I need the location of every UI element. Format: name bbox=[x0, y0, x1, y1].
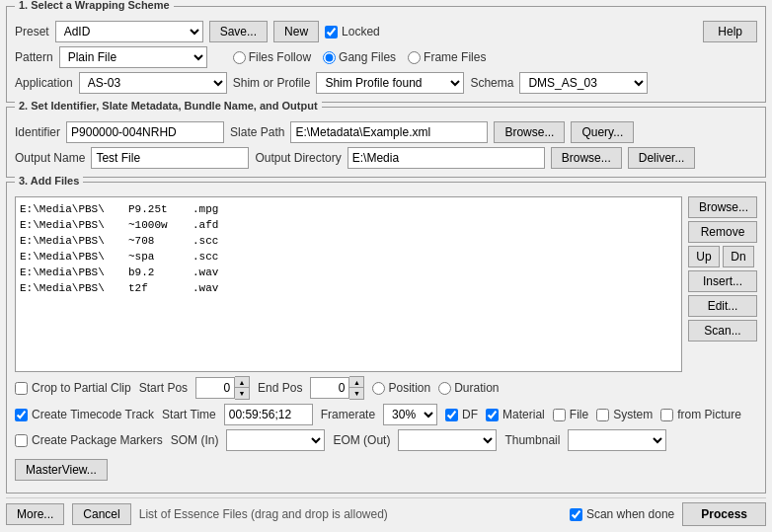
start-pos-arrows: ▲ ▼ bbox=[235, 376, 250, 400]
file-checkbox[interactable] bbox=[553, 409, 566, 421]
shim-select[interactable]: Shim Profile found bbox=[316, 72, 464, 94]
footer-bar: More... Cancel List of Essence Files (dr… bbox=[6, 497, 766, 526]
duration-radio[interactable] bbox=[438, 382, 451, 395]
thumbnail-select[interactable] bbox=[568, 429, 666, 451]
bottom-controls: Crop to Partial Clip Start Pos ▲ ▼ End P… bbox=[15, 372, 757, 485]
browse3-button[interactable]: Browse... bbox=[688, 196, 757, 218]
locked-checkbox[interactable] bbox=[325, 26, 338, 38]
bottom-row2: Create Timecode Track Start Time Framera… bbox=[15, 404, 757, 425]
frame-files-radio[interactable] bbox=[408, 51, 421, 64]
masterview-button[interactable]: MasterView... bbox=[15, 459, 108, 481]
output-name-input[interactable] bbox=[91, 147, 249, 169]
crop-checkbox[interactable] bbox=[15, 382, 28, 395]
end-pos-label: End Pos bbox=[258, 381, 302, 395]
scan-done-checkbox[interactable] bbox=[570, 508, 582, 521]
insert-button[interactable]: Insert... bbox=[688, 270, 757, 292]
duration-label: Duration bbox=[454, 381, 499, 395]
system-label: System bbox=[613, 408, 653, 421]
preset-select[interactable]: AdID bbox=[55, 21, 203, 42]
start-pos-spinbox: ▲ ▼ bbox=[195, 376, 250, 400]
output-dir-input[interactable] bbox=[347, 147, 545, 169]
new-button[interactable]: New bbox=[273, 21, 319, 42]
up-button[interactable]: Up bbox=[688, 246, 720, 267]
from-picture-checkbox[interactable] bbox=[660, 409, 673, 421]
files-list[interactable]: E:\Media\PBS\ P9.25t .mpg E:\Media\PBS\ … bbox=[15, 196, 682, 372]
position-radio-item: Position bbox=[372, 381, 430, 395]
files-buttons: Browse... Remove Up Dn Insert... Edit...… bbox=[688, 196, 757, 372]
save-button[interactable]: Save... bbox=[209, 21, 268, 42]
tc-checkbox[interactable] bbox=[15, 409, 28, 421]
shim-label: Shim or Profile bbox=[233, 76, 311, 90]
slate-path-label: Slate Path bbox=[230, 125, 284, 139]
files-follow-label: Files Follow bbox=[249, 50, 311, 64]
list-item: E:\Media\PBS\ P9.25t .mpg bbox=[20, 201, 677, 217]
end-pos-input[interactable] bbox=[310, 377, 349, 399]
list-item: E:\Media\PBS\ ~708 .scc bbox=[20, 233, 677, 249]
list-item: E:\Media\PBS\ t2f .wav bbox=[20, 280, 677, 296]
pattern-select[interactable]: Plain File bbox=[59, 46, 207, 68]
framerate-label: Framerate bbox=[321, 408, 375, 421]
frame-files-label: Frame Files bbox=[424, 50, 486, 64]
create-tc-label: Create Timecode Track bbox=[32, 408, 154, 421]
slate-path-input[interactable] bbox=[290, 121, 488, 143]
files-follow-radio[interactable] bbox=[233, 51, 246, 64]
scan-done-group: Scan when done bbox=[570, 507, 674, 521]
schema-select[interactable]: DMS_AS_03 bbox=[519, 72, 648, 94]
browse2-button[interactable]: Browse... bbox=[551, 147, 622, 169]
som-select[interactable] bbox=[226, 429, 325, 451]
pkg-checkbox[interactable] bbox=[15, 434, 28, 447]
deliver-button[interactable]: Deliver... bbox=[628, 147, 696, 169]
help-button[interactable]: Help bbox=[703, 21, 757, 42]
output-dir-label: Output Directory bbox=[255, 151, 341, 165]
from-picture-label: from Picture bbox=[677, 408, 741, 421]
start-pos-dn[interactable]: ▼ bbox=[235, 388, 249, 399]
file-label: File bbox=[570, 408, 588, 421]
start-pos-input[interactable] bbox=[195, 377, 235, 399]
start-time-label: Start Time bbox=[162, 408, 216, 421]
section1: 1. Select a Wrapping Scheme Preset AdID … bbox=[6, 6, 766, 103]
cancel-button[interactable]: Cancel bbox=[72, 503, 130, 525]
end-pos-up[interactable]: ▲ bbox=[349, 377, 363, 388]
dn-button[interactable]: Dn bbox=[723, 246, 754, 267]
updn-row: Up Dn bbox=[688, 246, 757, 267]
identifier-input[interactable] bbox=[66, 121, 224, 143]
files-follow-radio-item: Files Follow bbox=[233, 50, 311, 64]
start-time-input[interactable] bbox=[224, 404, 313, 425]
section1-title: 1. Select a Wrapping Scheme bbox=[15, 0, 174, 11]
edit-button[interactable]: Edit... bbox=[688, 295, 757, 317]
section3: 3. Add Files E:\Media\PBS\ P9.25t .mpg E… bbox=[6, 182, 766, 494]
gang-files-label: Gang Files bbox=[339, 50, 396, 64]
thumbnail-label: Thumbnail bbox=[504, 433, 560, 447]
more-button[interactable]: More... bbox=[6, 503, 64, 525]
material-checkbox[interactable] bbox=[486, 409, 499, 421]
from-picture-group: from Picture bbox=[660, 408, 741, 421]
process-button[interactable]: Process bbox=[682, 502, 766, 526]
remove-button[interactable]: Remove bbox=[688, 221, 757, 243]
duration-radio-item: Duration bbox=[438, 381, 499, 395]
pattern-label: Pattern bbox=[15, 50, 53, 64]
application-select[interactable]: AS-03 bbox=[79, 72, 227, 94]
bottom-row3: Create Package Markers SOM (In) EOM (Out… bbox=[15, 429, 757, 481]
framerate-select[interactable]: 30% 29.97 25 bbox=[383, 404, 437, 425]
gang-files-radio[interactable] bbox=[323, 51, 336, 64]
create-pkg-label: Create Package Markers bbox=[32, 433, 163, 447]
query-button[interactable]: Query... bbox=[571, 121, 634, 143]
df-checkbox[interactable] bbox=[445, 409, 458, 421]
scan-button[interactable]: Scan... bbox=[688, 320, 757, 342]
tc-group: Create Timecode Track bbox=[15, 408, 154, 421]
list-item: E:\Media\PBS\ ~1000w .afd bbox=[20, 217, 677, 233]
end-pos-dn[interactable]: ▼ bbox=[349, 388, 363, 399]
system-group: System bbox=[596, 408, 653, 421]
som-label: SOM (In) bbox=[171, 433, 219, 447]
system-checkbox[interactable] bbox=[596, 409, 609, 421]
eom-select[interactable] bbox=[398, 429, 497, 451]
start-pos-up[interactable]: ▲ bbox=[235, 377, 249, 388]
browse1-button[interactable]: Browse... bbox=[494, 121, 565, 143]
main-container: 1. Select a Wrapping Scheme Preset AdID … bbox=[0, 0, 772, 532]
position-radio[interactable] bbox=[372, 382, 385, 395]
files-area: E:\Media\PBS\ P9.25t .mpg E:\Media\PBS\ … bbox=[15, 196, 757, 372]
locked-group: Locked bbox=[325, 25, 380, 38]
preset-label: Preset bbox=[15, 25, 49, 38]
file-group: File bbox=[553, 408, 588, 421]
end-pos-arrows: ▲ ▼ bbox=[349, 376, 364, 400]
